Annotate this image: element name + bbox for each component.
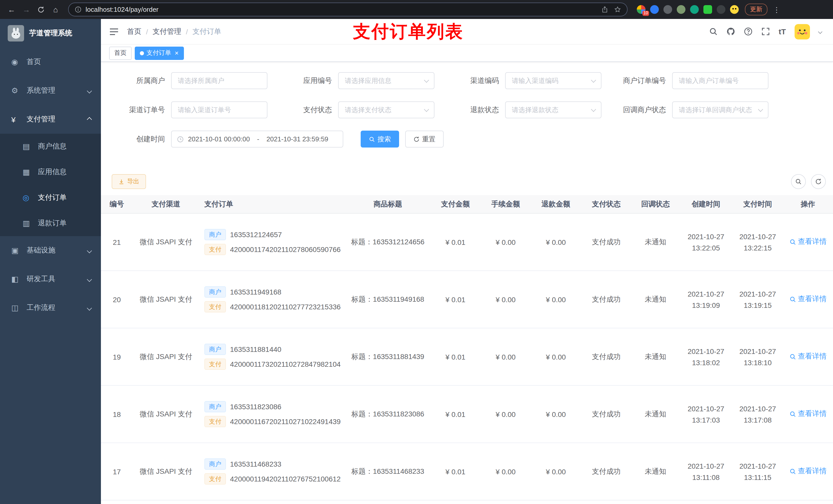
sidebar-item-workflow[interactable]: ◫ 工作流程 — [0, 293, 101, 322]
extension-icon-3[interactable] — [663, 5, 672, 14]
filter-form: 所属商户 应用编号 渠道编码 商户订单编号 渠道订单号 — [101, 62, 833, 160]
date-range-input[interactable]: 2021-10-01 00:00:00 - 2021-10-31 23:59:5… — [171, 130, 343, 147]
cell-channel: 微信 JSAPI 支付 — [133, 237, 199, 247]
notify-status-select[interactable] — [672, 101, 768, 118]
extension-badge: 10 — [642, 11, 649, 16]
caret-down-icon[interactable] — [818, 29, 823, 34]
search-icon — [789, 411, 796, 417]
date-end[interactable]: 2021-10-31 23:59:59 — [266, 135, 328, 143]
search-button[interactable]: 搜索 — [361, 130, 399, 147]
toggle-search-button[interactable] — [791, 174, 806, 189]
cell-pay-status: 支付成功 — [581, 352, 632, 361]
date-start[interactable]: 2021-10-01 00:00:00 — [188, 135, 250, 143]
view-detail-link[interactable]: 查看详情 — [789, 237, 827, 247]
sidebar-item-infra[interactable]: ▣ 基础设施 — [0, 236, 101, 265]
cell-order-no: 商户1635311823086 支付4200001167202110271022… — [199, 398, 345, 431]
tabs-bar: 首页 支付订单 × — [101, 45, 833, 62]
sidebar-item-payment[interactable]: ¥ 支付管理 — [0, 105, 101, 134]
search-icon[interactable] — [709, 27, 718, 36]
dashboard-icon: ◉ — [11, 57, 24, 67]
export-button[interactable]: 导出 — [112, 174, 146, 189]
cell-pay-amount: ¥ 0.01 — [430, 467, 480, 476]
cell-fee-amount: ¥ 0.00 — [480, 238, 531, 246]
filter-refund-status: 退款状态 — [446, 101, 601, 118]
breadcrumb-pay-order: 支付订单 — [193, 27, 221, 36]
extension-icon-1[interactable]: 10 — [637, 5, 645, 14]
table-row[interactable]: 21 微信 JSAPI 支付 商户1635312124657 支付4200001… — [101, 214, 833, 271]
reset-button[interactable]: 重置 — [405, 130, 444, 147]
table-row[interactable]: 19 微信 JSAPI 支付 商户1635311881440 支付4200001… — [101, 328, 833, 386]
close-tab-icon[interactable]: × — [175, 49, 178, 57]
cell-id: 18 — [101, 410, 133, 418]
cell-pay-status: 支付成功 — [581, 237, 632, 247]
user-avatar[interactable] — [794, 24, 810, 39]
tab-home[interactable]: 首页 — [109, 46, 132, 60]
view-detail-link[interactable]: 查看详情 — [789, 295, 827, 304]
cell-order-no: 商户1635311468233 支付4200001194202110276752… — [199, 455, 345, 488]
table-row[interactable]: 20 微信 JSAPI 支付 商户1635311949168 支付4200001… — [101, 271, 833, 328]
chevron-down-icon — [87, 248, 92, 253]
clock-icon — [177, 136, 184, 143]
sidebar-item-dev-tools[interactable]: ◧ 研发工具 — [0, 265, 101, 293]
cell-order-no: 商户1635311881440 支付4200001173202110272847… — [199, 340, 345, 374]
browser-menu-icon[interactable]: ⋮ — [772, 5, 781, 14]
sidebar-item-system[interactable]: ⚙ 系统管理 — [0, 76, 101, 105]
orders-table: 编号 支付渠道 支付订单 商品标题 支付金额 手续金额 退款金额 支付状态 回调… — [101, 195, 833, 504]
github-icon[interactable] — [727, 27, 735, 36]
table-row[interactable]: 17 微信 JSAPI 支付 商户1635311468233 支付4200001… — [101, 443, 833, 500]
sidebar-item-home[interactable]: ◉ 首页 — [0, 48, 101, 76]
sidebar-item-refund-order[interactable]: ▥ 退款订单 — [0, 211, 101, 236]
browser-home-button[interactable]: ⌂ — [49, 0, 62, 19]
cell-pay-amount: ¥ 0.01 — [430, 295, 480, 304]
table-row[interactable]: 商户163531115786 支付 — [101, 500, 833, 504]
search-icon — [369, 136, 375, 142]
channel-code-select[interactable] — [505, 72, 601, 89]
extension-icon-7[interactable] — [717, 5, 725, 14]
app-title: 芋道管理系统 — [29, 29, 72, 38]
cell-create-time: 2021-10-2713:22:05 — [679, 231, 733, 253]
extension-icon-6[interactable] — [704, 5, 712, 14]
refund-status-select[interactable] — [505, 101, 601, 118]
table-row[interactable]: 18 微信 JSAPI 支付 商户1635311823086 支付4200001… — [101, 386, 833, 443]
extension-icon-2[interactable] — [650, 5, 659, 14]
fullscreen-icon[interactable] — [761, 27, 770, 36]
cell-pay-amount: ¥ 0.01 — [430, 353, 480, 361]
sidebar-item-merchant-info[interactable]: ▤ 商户信息 — [0, 134, 101, 159]
table-header-row: 编号 支付渠道 支付订单 商品标题 支付金额 手续金额 退款金额 支付状态 回调… — [101, 195, 833, 214]
cell-pay-time: 2021-10-2713:11:15 — [733, 460, 783, 483]
help-icon[interactable] — [744, 27, 753, 36]
app-no-select[interactable] — [338, 72, 434, 89]
refresh-table-button[interactable] — [811, 174, 826, 189]
merchant-order-no-input[interactable] — [672, 72, 768, 89]
view-detail-link[interactable]: 查看详情 — [789, 467, 827, 476]
url-bar[interactable]: localhost:1024/pay/order — [68, 3, 627, 16]
breadcrumb-payment[interactable]: 支付管理 — [153, 27, 181, 36]
browser-update-button[interactable]: 更新 — [745, 4, 767, 15]
font-size-icon[interactable]: tT — [779, 27, 786, 36]
filter-create-time: 创建时间 2021-10-01 00:00:00 - 2021-10-31 23… — [112, 130, 343, 147]
sidebar-item-app-info[interactable]: ▦ 应用信息 — [0, 159, 101, 185]
pay-status-select[interactable] — [338, 101, 434, 118]
view-detail-link[interactable]: 查看详情 — [789, 352, 827, 361]
extension-icon-8[interactable] — [730, 5, 739, 14]
browser-reload-button[interactable] — [38, 6, 45, 13]
view-detail-link[interactable]: 查看详情 — [789, 409, 827, 419]
channel-order-no-input[interactable] — [171, 101, 267, 118]
browser-back-button[interactable]: ← — [5, 0, 18, 19]
site-info-icon[interactable] — [75, 6, 81, 13]
hamburger-icon[interactable] — [109, 27, 119, 35]
browser-forward-button[interactable]: → — [20, 0, 33, 19]
search-icon — [795, 178, 802, 185]
merchant-input[interactable] — [171, 72, 267, 89]
extension-icon-5[interactable] — [690, 5, 699, 14]
breadcrumb-home[interactable]: 首页 — [127, 27, 141, 36]
bookmark-star-icon[interactable] — [614, 6, 621, 13]
url-text[interactable]: localhost:1024/pay/order — [86, 6, 597, 13]
extension-icon-4[interactable] — [677, 5, 686, 14]
sidebar-item-pay-order[interactable]: ◎ 支付订单 — [0, 185, 101, 211]
filter-channel-code: 渠道编码 — [446, 72, 601, 89]
cell-fee-amount: ¥ 0.00 — [480, 353, 531, 361]
filter-channel-order-no: 渠道订单号 — [112, 101, 267, 118]
share-icon[interactable] — [601, 6, 608, 13]
tab-pay-order[interactable]: 支付订单 × — [135, 46, 184, 60]
